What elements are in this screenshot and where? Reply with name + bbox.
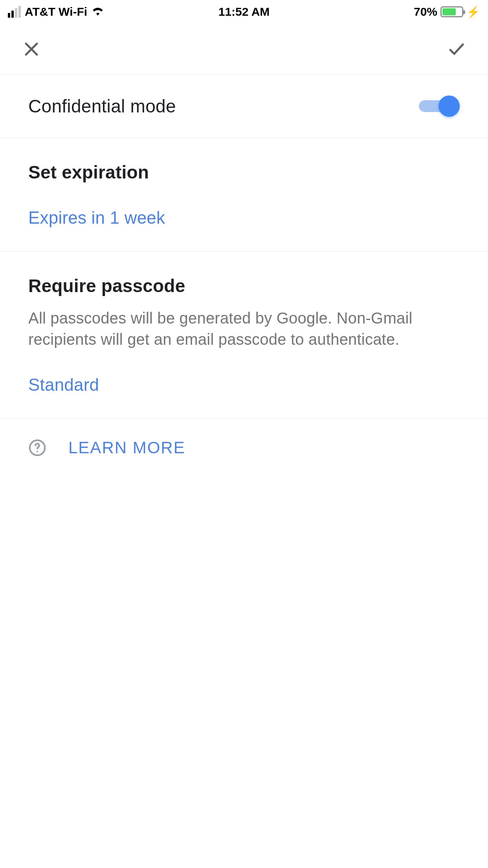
signal-icon	[8, 6, 21, 18]
status-bar: AT&T Wi-Fi 11:52 AM 70% ⚡	[0, 0, 488, 24]
close-icon[interactable]	[22, 40, 41, 59]
require-passcode-heading: Require passcode	[28, 252, 460, 296]
nav-bar	[0, 24, 488, 75]
confidential-mode-label: Confidential mode	[28, 96, 176, 117]
carrier-label: AT&T Wi-Fi	[25, 5, 87, 18]
set-expiration-section: Set expiration Expires in 1 week	[0, 138, 488, 252]
require-passcode-description: All passcodes will be generated by Googl…	[28, 296, 445, 350]
status-left: AT&T Wi-Fi	[8, 5, 105, 18]
charging-icon: ⚡	[466, 6, 480, 18]
set-expiration-heading: Set expiration	[28, 138, 460, 183]
confirm-checkmark-icon[interactable]	[447, 40, 466, 59]
status-right: 70% ⚡	[414, 5, 480, 18]
require-passcode-section: Require passcode All passcodes will be g…	[0, 252, 488, 419]
expiration-value[interactable]: Expires in 1 week	[28, 183, 460, 251]
wifi-icon	[91, 5, 105, 18]
confidential-mode-row: Confidential mode	[0, 75, 488, 138]
status-time: 11:52 AM	[218, 5, 270, 18]
confidential-mode-toggle[interactable]	[416, 94, 460, 118]
svg-point-3	[37, 451, 38, 452]
learn-more-link[interactable]: LEARN MORE	[68, 438, 185, 457]
learn-more-row: LEARN MORE	[0, 419, 488, 477]
help-icon	[28, 439, 46, 457]
battery-icon	[440, 6, 463, 17]
battery-percentage: 70%	[414, 5, 437, 18]
passcode-value[interactable]: Standard	[28, 350, 460, 418]
